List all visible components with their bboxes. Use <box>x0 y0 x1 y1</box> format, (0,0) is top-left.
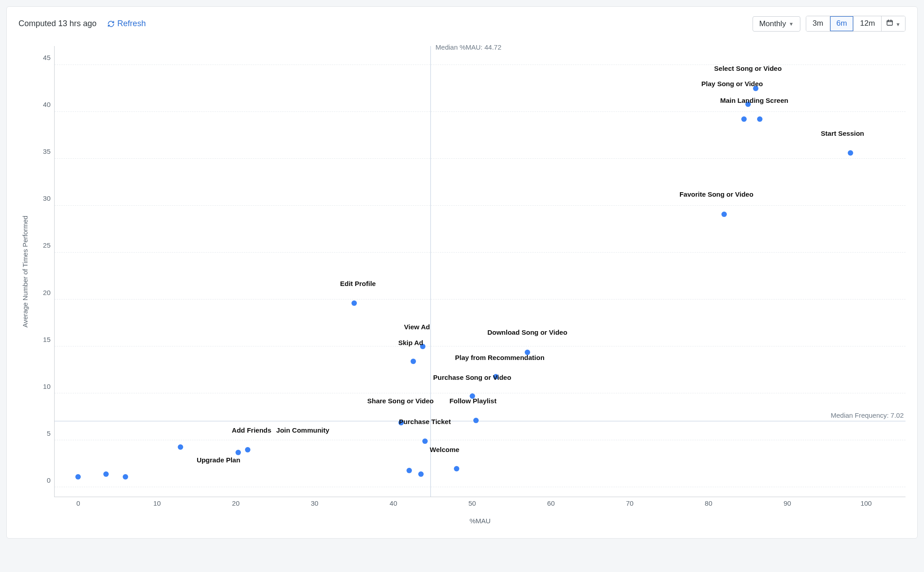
computed-time: Computed 13 hrs ago <box>18 19 97 28</box>
y-tick: 40 <box>43 100 51 108</box>
y-axis: 051015202530354045 <box>32 46 54 497</box>
data-point[interactable] <box>493 374 499 379</box>
calendar-icon <box>886 19 896 28</box>
data-point-label: Play from Recommendation <box>455 354 544 361</box>
y-axis-label: Average Number of Times Performed <box>18 46 32 497</box>
x-tick: 100 <box>860 499 872 507</box>
data-point[interactable] <box>420 344 425 349</box>
range-segmented: 3m 6m 12m ▼ <box>806 16 906 32</box>
range-3m[interactable]: 3m <box>806 16 830 31</box>
x-tick: 60 <box>547 499 555 507</box>
data-point[interactable] <box>178 444 183 450</box>
x-axis: 0102030405060708090100 <box>55 497 906 509</box>
y-tick: 15 <box>43 335 51 343</box>
date-picker-button[interactable]: ▼ <box>882 16 905 31</box>
topbar: Computed 13 hrs ago Refresh Monthly ▼ 3m… <box>18 16 906 32</box>
data-point[interactable] <box>418 471 424 477</box>
data-point[interactable] <box>411 359 416 364</box>
data-point-label: Edit Profile <box>340 280 376 287</box>
data-point-label: Select Song or Video <box>714 65 782 72</box>
y-tick: 35 <box>43 148 51 155</box>
svg-rect-0 <box>887 20 892 25</box>
data-point[interactable] <box>525 350 530 355</box>
data-point[interactable] <box>470 393 475 399</box>
data-point[interactable] <box>848 150 853 156</box>
topbar-right: Monthly ▼ 3m 6m 12m ▼ <box>753 16 906 32</box>
topbar-left: Computed 13 hrs ago Refresh <box>18 19 146 28</box>
y-tick: 5 <box>47 429 51 437</box>
x-tick: 90 <box>784 499 791 507</box>
gridline <box>55 65 906 65</box>
y-tick: 20 <box>43 288 51 296</box>
data-point[interactable] <box>236 450 241 455</box>
x-tick: 30 <box>311 499 319 507</box>
data-point-label: Upgrade Plan <box>197 456 240 464</box>
median-y-label: Median Frequency: 7.02 <box>831 411 904 419</box>
x-tick: 50 <box>468 499 476 507</box>
median-x-line: Median %MAU: 44.72 <box>430 46 431 497</box>
x-tick: 80 <box>705 499 712 507</box>
gridline <box>55 158 906 159</box>
y-tick: 25 <box>43 241 51 249</box>
gridline <box>55 299 906 300</box>
data-point[interactable] <box>721 212 727 217</box>
data-point[interactable] <box>351 300 357 306</box>
y-tick: 0 <box>47 476 51 484</box>
x-axis-label: %MAU <box>18 517 906 525</box>
gridline <box>55 487 906 487</box>
x-tick: 10 <box>153 499 161 507</box>
x-tick: 20 <box>232 499 240 507</box>
data-point-label: Add Friends <box>232 426 272 434</box>
refresh-icon <box>107 20 115 28</box>
chart-area: Average Number of Times Performed 051015… <box>18 46 906 497</box>
refresh-button[interactable]: Refresh <box>107 19 146 28</box>
data-point-label: Purchase Song or Video <box>433 374 511 381</box>
gridline <box>55 252 906 253</box>
data-point[interactable] <box>741 116 747 122</box>
data-point-label: Share Song or Video <box>367 397 434 405</box>
gridline <box>55 205 906 206</box>
data-point-label: Favorite Song or Video <box>679 190 753 198</box>
y-tick: 45 <box>43 53 51 61</box>
data-point[interactable] <box>103 471 109 477</box>
data-point-label: Join Community <box>276 426 329 434</box>
data-point[interactable] <box>407 468 412 473</box>
data-point[interactable] <box>398 420 404 425</box>
data-point-label: Purchase Ticket <box>399 418 451 425</box>
range-12m[interactable]: 12m <box>854 16 882 31</box>
interval-dropdown[interactable]: Monthly ▼ <box>753 16 800 32</box>
median-y-line: Median Frequency: 7.02 <box>55 421 906 421</box>
x-tick: 70 <box>626 499 633 507</box>
data-point[interactable] <box>123 474 128 480</box>
refresh-label: Refresh <box>117 19 146 28</box>
y-tick: 10 <box>43 382 51 390</box>
median-x-label: Median %MAU: 44.72 <box>435 43 501 51</box>
data-point[interactable] <box>454 466 459 471</box>
data-point[interactable] <box>753 86 758 91</box>
data-point-label: Main Landing Screen <box>720 97 788 104</box>
data-point-label: Start Session <box>821 129 864 137</box>
data-point[interactable] <box>757 116 762 122</box>
chevron-down-icon: ▼ <box>896 22 901 27</box>
data-point[interactable] <box>745 101 751 107</box>
data-point[interactable] <box>75 474 81 480</box>
data-point[interactable] <box>473 418 479 423</box>
data-point-label: Skip Ad <box>398 339 423 346</box>
chart-panel: Computed 13 hrs ago Refresh Monthly ▼ 3m… <box>6 6 918 539</box>
x-tick: 40 <box>390 499 397 507</box>
plot-area[interactable]: 0102030405060708090100 Median %MAU: 44.7… <box>54 46 906 497</box>
chevron-down-icon: ▼ <box>789 21 794 27</box>
gridline <box>55 111 906 112</box>
data-point-label: Welcome <box>430 446 460 453</box>
x-tick: 0 <box>76 499 80 507</box>
data-point-label: View Ad <box>404 323 430 331</box>
data-point[interactable] <box>422 438 428 444</box>
data-point[interactable] <box>245 447 250 452</box>
gridline <box>55 346 906 346</box>
data-point-label: Download Song or Video <box>487 328 567 336</box>
y-tick: 30 <box>43 194 51 202</box>
gridline <box>55 393 906 393</box>
interval-label: Monthly <box>759 19 786 28</box>
gridline <box>55 440 906 440</box>
range-6m[interactable]: 6m <box>830 16 854 31</box>
